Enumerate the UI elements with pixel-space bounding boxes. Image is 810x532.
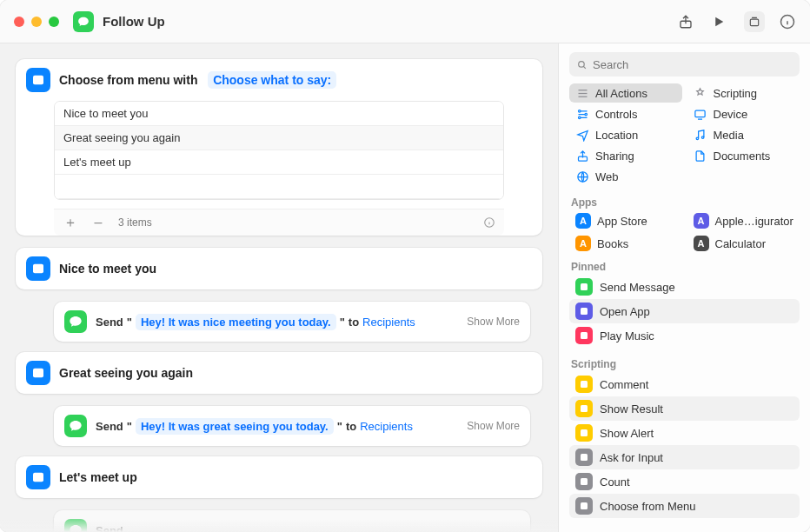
app-apple-igurator[interactable]: AApple…igurator <box>687 210 800 231</box>
menu-prompt-token[interactable]: Choose what to say: <box>208 71 336 89</box>
menu-item-empty[interactable] <box>55 175 503 199</box>
send-message-action[interactable]: Send <box>54 510 530 532</box>
app-icon: A <box>575 213 591 229</box>
window-title: Follow Up <box>103 14 678 29</box>
action-label: Send Message <box>600 281 675 294</box>
category-label: Scripting <box>714 87 758 100</box>
messages-app-icon <box>64 519 87 532</box>
category-media[interactable]: Media <box>687 125 800 144</box>
action-comment[interactable]: Comment <box>569 372 800 396</box>
action-icon <box>575 278 593 296</box>
action-title: Choose from menu with Choose what to say… <box>59 73 336 87</box>
action-show-alert[interactable]: Show Alert <box>569 421 800 445</box>
workflow-editor: Choose from menu with Choose what to say… <box>0 43 558 532</box>
action-icon <box>575 449 593 466</box>
svg-point-16 <box>696 137 699 140</box>
action-play-music[interactable]: Play Music <box>569 323 800 348</box>
titlebar: Follow Up <box>0 0 810 43</box>
svg-rect-24 <box>581 405 588 412</box>
menu-icon <box>26 68 50 92</box>
category-label: Location <box>595 129 638 142</box>
action-icon <box>575 327 593 344</box>
app-label: Apple…igurator <box>715 215 793 228</box>
action-icon <box>575 424 593 442</box>
action-show-result[interactable]: Show Result <box>569 396 800 421</box>
info-small-icon[interactable] <box>483 216 495 229</box>
category-location[interactable]: Location <box>569 125 682 144</box>
minimize-window-button[interactable] <box>31 17 42 27</box>
pinned-list: Send MessageOpen AppPlay Music <box>559 275 810 353</box>
category-icon <box>575 149 589 163</box>
category-label: Documents <box>714 150 771 163</box>
category-all-actions[interactable]: All Actions <box>569 83 682 103</box>
category-icon <box>575 128 589 142</box>
category-icon <box>575 107 589 121</box>
run-icon[interactable] <box>711 14 727 30</box>
category-label: Media <box>714 129 744 142</box>
app-app-store[interactable]: AApp Store <box>569 210 682 231</box>
svg-rect-6 <box>33 369 43 378</box>
recipients-token[interactable]: Recipients <box>362 316 415 329</box>
remove-item-button[interactable]: – <box>90 215 106 230</box>
messages-app-icon <box>64 310 87 333</box>
menu-item[interactable]: Great seeing you again <box>55 126 503 150</box>
show-more-button[interactable]: Show More <box>467 420 520 432</box>
recipients-token[interactable]: Recipients <box>360 420 413 433</box>
category-sharing[interactable]: Sharing <box>569 146 682 165</box>
action-send-message[interactable]: Send Message <box>569 275 800 299</box>
show-more-button[interactable]: Show More <box>467 316 520 328</box>
app-label: Calculator <box>715 237 767 250</box>
svg-rect-3 <box>33 76 43 85</box>
menu-item[interactable]: Let's meet up <box>55 150 503 175</box>
app-icon: A <box>694 213 709 229</box>
apps-grid: AApp StoreAApple…iguratorABooksACalculat… <box>559 210 810 256</box>
action-icon <box>575 376 593 393</box>
message-body-token[interactable]: Hey! It was nice meeting you today. <box>136 314 336 330</box>
menu-branch-lets-meet[interactable]: Let's meet up <box>16 456 542 498</box>
send-message-action[interactable]: Send " Hey! It was great seeing you toda… <box>54 406 530 446</box>
app-calculator[interactable]: ACalculator <box>687 233 800 254</box>
svg-rect-23 <box>581 381 588 388</box>
add-item-button[interactable]: ＋ <box>63 215 78 230</box>
search-field[interactable] <box>569 52 800 76</box>
category-label: Web <box>595 170 619 183</box>
menu-item[interactable]: Nice to meet you <box>55 102 503 126</box>
info-icon[interactable] <box>779 13 796 30</box>
search-input[interactable] <box>593 58 793 71</box>
category-icon <box>694 149 707 163</box>
category-icon <box>694 128 707 142</box>
category-controls[interactable]: Controls <box>569 104 682 123</box>
action-ask-for-input[interactable]: Ask for Input <box>569 445 800 469</box>
message-body-token[interactable]: Hey! It was great seeing you today. <box>136 418 334 435</box>
branch-icon <box>26 256 50 281</box>
send-message-action[interactable]: Send " Hey! It was nice meeting you toda… <box>54 302 530 342</box>
svg-rect-28 <box>581 502 588 509</box>
svg-rect-5 <box>33 264 43 274</box>
svg-point-12 <box>578 110 581 112</box>
action-open-app[interactable]: Open App <box>569 299 800 323</box>
action-label: Show Alert <box>600 427 654 440</box>
action-icon <box>575 400 593 417</box>
svg-rect-22 <box>581 332 588 339</box>
category-web[interactable]: Web <box>569 167 682 186</box>
window-controls <box>14 17 59 27</box>
fullscreen-window-button[interactable] <box>49 17 59 27</box>
close-window-button[interactable] <box>14 17 24 27</box>
item-count: 3 items <box>118 216 152 229</box>
branch-title: Let's meet up <box>59 470 137 484</box>
choose-from-menu-action[interactable]: Choose from menu with Choose what to say… <box>16 59 542 236</box>
share-icon[interactable] <box>678 14 694 30</box>
action-label: Play Music <box>600 329 654 342</box>
svg-rect-26 <box>581 454 588 461</box>
category-icon <box>694 86 707 100</box>
library-toggle-button[interactable] <box>744 11 765 32</box>
section-label-pinned: Pinned <box>559 256 810 275</box>
category-documents[interactable]: Documents <box>687 146 800 165</box>
app-books[interactable]: ABooks <box>569 233 682 254</box>
menu-branch-great-seeing[interactable]: Great seeing you again <box>16 352 542 394</box>
action-choose-from-menu[interactable]: Choose from Menu <box>569 494 800 518</box>
action-count[interactable]: Count <box>569 469 800 494</box>
category-device[interactable]: Device <box>687 104 800 123</box>
menu-branch-nice-to-meet[interactable]: Nice to meet you <box>16 248 542 289</box>
category-scripting[interactable]: Scripting <box>687 83 800 103</box>
